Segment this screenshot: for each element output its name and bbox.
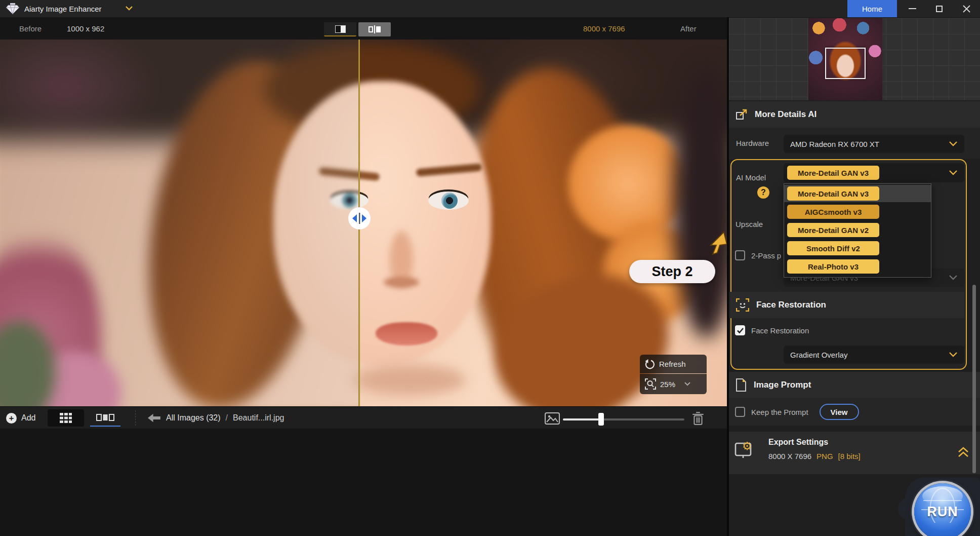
before-image <box>0 40 359 406</box>
face-restoration-title: Face Restoration <box>756 300 826 310</box>
run-label: RUN <box>927 504 958 520</box>
minimize-button[interactable] <box>901 0 924 17</box>
two-pass-checkbox[interactable] <box>735 250 745 260</box>
face-restoration-checkbox-label: Face Restoration <box>751 326 809 335</box>
more-details-header: More Details AI <box>729 101 980 128</box>
app-menu-chevron-icon[interactable] <box>126 6 133 11</box>
title-bar: Aiarty Image Enhancer Home <box>0 0 980 17</box>
breadcrumb-all-images[interactable]: All Images (32) <box>166 413 221 423</box>
trash-icon[interactable] <box>691 411 705 426</box>
upscale-label: Upscale <box>736 220 763 228</box>
breadcrumb: All Images (32) / Beautif...irl.jpg <box>166 407 284 429</box>
face-restoration-checkbox[interactable] <box>735 325 745 335</box>
filmstrip-view-icon <box>96 413 114 422</box>
add-icon: + <box>6 413 17 424</box>
split-handle[interactable] <box>348 207 371 230</box>
thumbnail-strip: + <box>0 429 727 536</box>
after-size: 8000 x 7696 <box>583 17 625 40</box>
maximize-icon <box>936 6 943 12</box>
slider-handle[interactable] <box>598 413 604 426</box>
keep-prompt-label: Keep the Prompt <box>751 408 808 416</box>
compare-side-by-side-icon <box>369 25 381 33</box>
two-pass-row: 2-Pass p <box>735 250 781 260</box>
viewer-toolbar: Before 1000 x 962 8000 x 7696 After <box>0 17 727 40</box>
image-prompt-header: Image Prompt <box>729 372 980 398</box>
ai-model-value: More-Detail GAN v3 <box>787 166 879 180</box>
preview-selection-rect[interactable] <box>825 48 866 79</box>
close-button[interactable] <box>955 0 978 17</box>
thumbnail-size-slider[interactable] <box>563 414 684 422</box>
toolbar-divider <box>135 410 136 426</box>
add-button[interactable]: + Add <box>3 407 45 429</box>
face-restoration-header: Face Restoration <box>730 292 964 318</box>
view-prompt-button[interactable]: View <box>820 404 859 420</box>
panel-scrollbar[interactable] <box>972 285 976 473</box>
ai-model-option-selected[interactable]: More-Detail GAN v3 <box>784 185 931 202</box>
filmstrip-view-button[interactable] <box>90 409 120 427</box>
settings-panel: More Details AI Hardware AMD Radeon RX 6… <box>729 17 980 536</box>
bottom-toolbar: + Add All Images (32) / <box>0 406 727 429</box>
hardware-row: Hardware AMD Radeon RX 6700 XT <box>729 128 980 159</box>
app-window: Aiarty Image Enhancer Home Before 1000 x… <box>0 0 980 536</box>
more-details-title: More Details AI <box>755 109 816 120</box>
back-arrow-icon[interactable] <box>148 413 161 423</box>
export-bit-depth: [8 bits] <box>838 452 861 461</box>
compare-split-icon <box>335 25 346 33</box>
before-size: 1000 x 962 <box>67 17 104 40</box>
preview-thumbnail[interactable] <box>808 18 882 100</box>
collapse-chevron-icon[interactable] <box>958 447 969 458</box>
ai-model-option[interactable]: AIGCsmooth v3 <box>784 203 931 220</box>
close-icon <box>963 5 970 13</box>
ai-model-option[interactable]: More-Detail GAN v2 <box>784 221 931 239</box>
ai-model-option[interactable]: Smooth Diff v2 <box>784 240 931 257</box>
face-restoration-mode-select[interactable]: Gradient Overlay <box>784 346 964 364</box>
slider-fill <box>563 418 600 420</box>
chevron-down-icon <box>949 275 957 280</box>
breadcrumb-filename: Beautif...irl.jpg <box>233 413 284 423</box>
export-size: 8000 X 7696 <box>768 452 811 461</box>
refresh-label: Refresh <box>659 360 686 368</box>
app-logo-icon <box>6 2 19 15</box>
export-settings-title: Export Settings <box>768 438 828 447</box>
breadcrumb-separator: / <box>226 413 228 423</box>
navigator-area <box>729 18 980 100</box>
ai-model-option[interactable]: Real-Photo v3 <box>784 258 931 275</box>
hardware-value: AMD Radeon RX 6700 XT <box>790 140 879 148</box>
refresh-icon <box>645 359 655 369</box>
ai-model-dropdown-list: More-Detail GAN v3 AIGCsmooth v3 More-De… <box>784 183 931 278</box>
add-label: Add <box>21 413 35 423</box>
after-label: After <box>680 17 697 40</box>
help-icon[interactable]: ? <box>757 186 769 199</box>
chevron-down-icon <box>949 141 957 146</box>
face-restoration-icon <box>736 298 749 312</box>
face-restoration-row: Face Restoration <box>735 325 809 335</box>
export-settings-summary: 8000 X 7696 PNG [8 bits] <box>768 452 861 461</box>
gear-icon: ⚙ <box>742 441 752 452</box>
more-details-icon <box>736 108 748 121</box>
refresh-button[interactable]: Refresh <box>640 355 707 373</box>
grid-view-icon <box>59 412 72 424</box>
two-pass-label: 2-Pass p <box>751 251 781 260</box>
face-restoration-mode-value: Gradient Overlay <box>790 351 847 359</box>
zoom-level: 25% <box>660 380 675 389</box>
zoom-chevron-icon <box>684 382 690 386</box>
grid-view-button[interactable] <box>48 409 84 427</box>
zoom-control[interactable]: 25% <box>640 374 707 394</box>
run-button[interactable]: RUN <box>914 483 971 536</box>
before-label: Before <box>19 17 42 40</box>
maximize-button[interactable] <box>927 0 951 17</box>
hardware-label: Hardware <box>736 139 769 147</box>
image-prompt-title: Image Prompt <box>754 380 811 390</box>
step-badge: Step 2 <box>629 260 715 283</box>
home-button[interactable]: Home <box>847 0 897 17</box>
ai-model-label: AI Model <box>736 173 766 182</box>
ai-model-select[interactable]: More-Detail GAN v3 <box>784 163 964 182</box>
compare-split-button[interactable] <box>324 22 356 36</box>
hardware-select[interactable]: AMD Radeon RX 6700 XT <box>784 135 964 153</box>
minimize-icon <box>909 8 916 9</box>
chevron-down-icon <box>949 170 957 175</box>
keep-prompt-checkbox[interactable] <box>735 407 745 417</box>
after-image <box>359 40 727 406</box>
compare-side-by-side-button[interactable] <box>358 22 391 36</box>
chevron-down-icon <box>949 352 957 357</box>
